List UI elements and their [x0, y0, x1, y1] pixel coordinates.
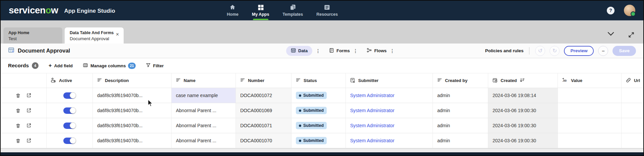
mode-forms-button[interactable]: Forms — [329, 48, 350, 54]
cell-created[interactable]: 2024-03-06 19:08:14 — [488, 88, 558, 103]
delete-record-icon[interactable] — [15, 108, 21, 113]
cell-created[interactable]: 2024-03-06 19:00:30 — [488, 133, 558, 148]
cell-submitter: System Administrator — [346, 88, 433, 103]
mode-data-button[interactable]: Data — [286, 46, 312, 56]
flows-icon — [367, 48, 372, 54]
submitter-link[interactable]: System Administrator — [350, 138, 394, 143]
chevron-down-icon[interactable] — [607, 31, 615, 38]
top-navbar: servicenow App Engine Studio Home My App… — [1, 1, 643, 20]
cell-url[interactable] — [622, 133, 643, 148]
cell-created-by[interactable]: admin — [433, 103, 488, 118]
tab-app-home[interactable]: App Home Test — [3, 27, 62, 44]
cell-description[interactable]: da6f8c93f6194070b... — [93, 103, 172, 118]
header-status[interactable]: Status — [292, 73, 346, 88]
cell-url[interactable] — [622, 103, 643, 118]
cell-value[interactable] — [558, 118, 622, 133]
header-value[interactable]: .00 Value — [558, 73, 622, 88]
cell-created[interactable]: 2024-03-06 19:00:30 — [488, 103, 558, 118]
delete-record-icon[interactable] — [15, 123, 21, 129]
help-icon[interactable]: ? — [607, 7, 615, 14]
header-created-by[interactable]: Created by — [433, 73, 488, 88]
forms-menu-kebab-icon[interactable]: ⋮ — [350, 48, 361, 54]
link-icon — [626, 78, 631, 84]
cell-status[interactable]: Submitted — [292, 88, 346, 103]
cell-name[interactable]: Abnormal Parent ... — [172, 118, 236, 133]
cell-name[interactable]: case name example — [172, 88, 236, 103]
mode-flows-button[interactable]: Flows — [367, 48, 387, 54]
page-title: Document Approval — [18, 48, 70, 54]
table-row: da6f8c93f6194070b... case name example D… — [1, 88, 643, 103]
header-created[interactable]: Created — [488, 73, 558, 88]
table-icon — [8, 47, 14, 55]
cell-description[interactable]: da6f8c93f6194070b... — [93, 133, 172, 148]
cell-created-by[interactable]: admin — [433, 88, 488, 103]
active-toggle[interactable] — [63, 138, 76, 144]
cell-value[interactable] — [558, 88, 622, 103]
open-record-icon[interactable] — [26, 123, 31, 128]
cell-status[interactable]: Submitted — [292, 133, 346, 148]
cell-created[interactable]: 2024-03-06 19:00:30 — [488, 118, 558, 133]
active-toggle[interactable] — [63, 92, 76, 99]
cell-number[interactable]: DOCA0001071 — [236, 118, 292, 133]
nav-item-home[interactable]: Home — [220, 1, 245, 20]
tab-data-table-and-forms[interactable]: Data Table And Forms Document Approval × — [65, 27, 124, 44]
cell-name[interactable]: Abnormal Parent ... — [172, 103, 236, 118]
more-options-button[interactable]: – — [598, 46, 608, 56]
status-badge: Submitted — [296, 137, 327, 144]
nav-item-templates[interactable]: Templates — [276, 1, 310, 20]
header-active[interactable]: Active — [47, 73, 93, 88]
policies-and-rules-button[interactable]: Policies and rules — [485, 48, 524, 53]
submitter-link[interactable]: System Administrator — [350, 108, 394, 113]
active-toggle[interactable] — [63, 107, 76, 114]
cell-created-by[interactable]: admin — [433, 133, 488, 148]
expand-icon[interactable] — [628, 31, 635, 38]
cell-status[interactable]: Submitted — [292, 103, 346, 118]
undo-button[interactable]: ↺ — [535, 46, 545, 56]
cell-number[interactable]: DOCA0001072 — [236, 88, 292, 103]
cell-value[interactable] — [558, 103, 622, 118]
open-record-icon[interactable] — [26, 138, 31, 143]
servicenow-logo: servicenow — [9, 5, 58, 16]
delete-record-icon[interactable] — [15, 93, 21, 98]
cell-active — [47, 118, 93, 133]
delete-record-icon[interactable] — [15, 138, 21, 144]
cell-url[interactable] — [622, 88, 643, 103]
records-count-badge: 4 — [32, 62, 39, 69]
data-menu-kebab-icon[interactable]: ⋮ — [312, 48, 324, 54]
add-field-button[interactable]: + Add field — [49, 63, 73, 69]
close-icon[interactable]: × — [114, 30, 120, 37]
records-table: Active Description Name Number — [1, 73, 643, 148]
page-footer — [1, 148, 643, 155]
cell-url[interactable] — [622, 118, 643, 133]
nav-item-resources[interactable]: Resources — [310, 1, 344, 20]
header-submitter[interactable]: Submitter — [346, 73, 433, 88]
header-description[interactable]: Description — [93, 73, 172, 88]
open-record-icon[interactable] — [26, 108, 31, 113]
cell-name[interactable]: Abnormal Parent ... — [172, 133, 236, 148]
cell-value[interactable] — [558, 133, 622, 148]
active-toggle[interactable] — [63, 123, 76, 129]
filter-button[interactable]: Filter — [146, 63, 164, 69]
decimal-field-icon: .00 — [562, 78, 568, 84]
cell-status[interactable]: Submitted — [292, 118, 346, 133]
save-button[interactable]: Save — [613, 46, 636, 56]
nav-item-label: Home — [227, 12, 239, 17]
submitter-link[interactable]: System Administrator — [350, 93, 394, 98]
cell-description[interactable]: da6f8c93f6194070b... — [93, 88, 172, 103]
flows-menu-kebab-icon[interactable]: ⋮ — [387, 48, 398, 54]
header-name[interactable]: Name — [172, 73, 236, 88]
nav-item-my-apps[interactable]: My Apps — [245, 1, 276, 20]
manage-columns-button[interactable]: Manage columns 21 — [83, 63, 136, 69]
status-badge: Submitted — [296, 122, 327, 129]
header-url[interactable]: Url — [622, 73, 643, 88]
cell-description[interactable]: da6f8c93f6194070b... — [93, 118, 172, 133]
cell-number[interactable]: DOCA0001069 — [236, 103, 292, 118]
redo-button[interactable]: ↻ — [550, 46, 560, 56]
submitter-link[interactable]: System Administrator — [350, 123, 394, 128]
cell-created-by[interactable]: admin — [433, 118, 488, 133]
preview-button[interactable]: Preview — [564, 46, 594, 56]
open-record-icon[interactable] — [26, 93, 31, 98]
avatar[interactable] — [624, 5, 635, 16]
cell-number[interactable]: DOCA0001070 — [236, 133, 292, 148]
header-number[interactable]: Number — [236, 73, 292, 88]
